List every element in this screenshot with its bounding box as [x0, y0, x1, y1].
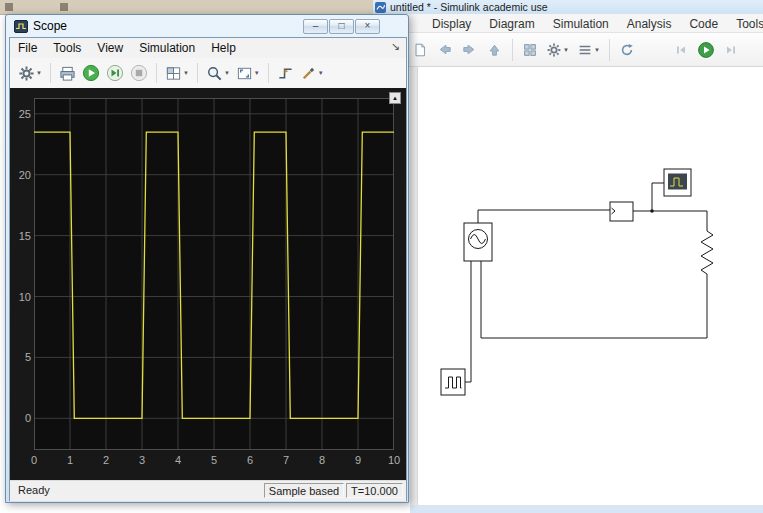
resistor-block[interactable]	[701, 225, 713, 280]
scope-content: FileToolsViewSimulationHelp ↘ ▼	[9, 37, 407, 501]
dropdown-arrow-icon: ▼	[183, 70, 189, 76]
document-icon	[412, 42, 428, 58]
run-icon	[82, 64, 100, 82]
menu-code[interactable]: Code	[680, 15, 727, 33]
background-window-fragment	[0, 0, 373, 15]
y-axis-tick-label: 20	[10, 169, 31, 181]
status-ready-label: Ready	[18, 484, 50, 496]
x-axis-tick-label: 1	[62, 454, 78, 466]
menu-help[interactable]: Help	[203, 39, 244, 58]
trigger-button[interactable]	[275, 62, 296, 84]
new-model-button[interactable]	[410, 38, 430, 62]
menu-tools[interactable]: Tools	[45, 39, 89, 58]
close-button[interactable]: ×	[355, 19, 380, 34]
plot-axes[interactable]	[34, 98, 394, 450]
toolbar-separator	[50, 63, 51, 83]
print-button[interactable]	[57, 62, 78, 84]
menu-view[interactable]: View	[89, 39, 131, 58]
library-browser-button[interactable]	[520, 38, 540, 62]
menu-simulation[interactable]: Simulation	[131, 39, 203, 58]
toolbar-separator	[156, 63, 157, 83]
fit-to-view-button[interactable]: ▼	[234, 62, 262, 84]
settings-button[interactable]: ▼	[16, 62, 44, 84]
dropdown-arrow-icon: ▼	[254, 70, 260, 76]
scope-statusbar: Ready Sample based T=10.000	[10, 480, 406, 501]
scope-block[interactable]	[664, 169, 691, 196]
navigate-up-button[interactable]	[484, 38, 505, 62]
controlled-voltage-source-block[interactable]	[464, 223, 492, 261]
menu-tools[interactable]: Tools	[727, 15, 763, 33]
step-forward-icon	[723, 42, 739, 58]
x-axis-tick-label: 6	[242, 454, 258, 466]
scope-window: Scope – □ × FileToolsViewSimulationHelp …	[5, 14, 409, 503]
x-axis-tick-label: 9	[350, 454, 366, 466]
run-button[interactable]	[80, 62, 102, 84]
y-axis-tick-label: 5	[10, 351, 31, 363]
brush-icon	[300, 65, 317, 82]
simulink-logo-icon	[375, 2, 386, 13]
menu-diagram[interactable]: Diagram	[480, 15, 543, 33]
x-axis-tick-label: 3	[134, 454, 150, 466]
minimize-button[interactable]: –	[303, 19, 328, 34]
forward-arrow-icon	[461, 41, 478, 58]
menu-simulation[interactable]: Simulation	[544, 15, 618, 33]
y-axis-tick-label: 0	[10, 412, 31, 424]
expand-plot-button[interactable]: ▴	[389, 92, 401, 104]
window-fragment-icon	[60, 3, 68, 11]
canvas-bottom-scrollbar[interactable]	[410, 505, 763, 513]
step-forward-sim-button[interactable]	[721, 38, 741, 62]
dropdown-arrow-icon: ▼	[318, 70, 324, 76]
printer-icon	[59, 65, 76, 82]
screen: untitled * - Simulink academic use Displ…	[0, 0, 763, 513]
step-forward-button[interactable]	[104, 62, 126, 84]
dock-arrow-icon[interactable]: ↘	[391, 40, 400, 53]
menu-display[interactable]: Display	[423, 15, 480, 33]
gear-icon	[18, 65, 35, 82]
toolbar-separator	[512, 39, 513, 61]
model-config-button[interactable]: ▼	[575, 38, 602, 62]
update-diagram-button[interactable]	[617, 38, 637, 62]
toolbar-separator	[197, 63, 198, 83]
navigate-forward-button[interactable]	[459, 38, 480, 62]
x-axis-tick-label: 0	[26, 454, 42, 466]
step-forward-icon	[106, 64, 124, 82]
dropdown-arrow-icon: ▼	[36, 70, 42, 76]
layout-button[interactable]: ▼	[163, 62, 191, 84]
waveform-chart	[34, 98, 394, 450]
dropdown-arrow-icon: ▼	[224, 70, 230, 76]
signal-wires[interactable]	[465, 183, 707, 382]
model-settings-button[interactable]: ▼	[544, 38, 571, 62]
navigate-back-button[interactable]	[434, 38, 455, 62]
style-button[interactable]: ▼	[298, 62, 326, 84]
scope-menubar: FileToolsViewSimulationHelp ↘	[10, 38, 406, 59]
scope-window-title: Scope	[33, 19, 67, 33]
x-axis-tick-label: 5	[206, 454, 222, 466]
scope-window-icon	[14, 20, 28, 33]
x-axis-tick-label: 4	[170, 454, 186, 466]
scope-toolbar: ▼ ▼	[10, 58, 406, 89]
dropdown-arrow-icon: ▼	[563, 47, 569, 53]
list-icon	[577, 42, 593, 58]
maximize-button[interactable]: □	[329, 19, 354, 34]
wire-junction	[650, 209, 654, 213]
stop-button[interactable]	[128, 62, 150, 84]
up-arrow-icon	[486, 41, 503, 58]
pulse-generator-block[interactable]	[441, 369, 465, 395]
run-simulation-button[interactable]	[695, 38, 717, 62]
zoom-button[interactable]: ▼	[204, 62, 232, 84]
run-icon	[697, 41, 715, 59]
window-controls: – □ ×	[303, 19, 380, 34]
y-axis-tick-label: 10	[10, 291, 31, 303]
current-measurement-block[interactable]	[610, 202, 633, 221]
x-axis-tick-label: 10	[386, 454, 402, 466]
scope-titlebar[interactable]: Scope – □ ×	[6, 15, 408, 37]
menu-file[interactable]: File	[10, 39, 45, 58]
y-axis-tick-label: 25	[10, 108, 31, 120]
magnifier-icon	[206, 65, 223, 82]
dropdown-arrow-icon: ▼	[594, 47, 600, 53]
status-sim-time: T=10.000	[346, 483, 403, 498]
model-diagram[interactable]	[410, 67, 763, 505]
step-back-button[interactable]	[671, 38, 691, 62]
refresh-icon	[619, 42, 635, 58]
menu-analysis[interactable]: Analysis	[618, 15, 681, 33]
